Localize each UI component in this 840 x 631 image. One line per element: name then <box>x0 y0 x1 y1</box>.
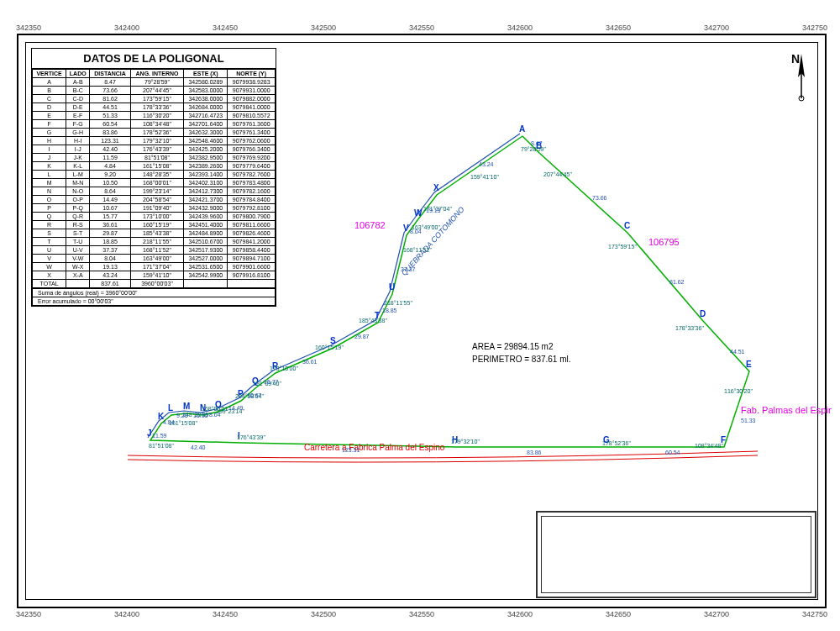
distance-label: 4.84 <box>163 419 175 425</box>
vertex-C: C <box>624 221 630 230</box>
axis-tick: 342500 <box>311 610 336 618</box>
parcel-id-1: 106782 <box>354 220 386 230</box>
axis-tick: 342750 <box>802 610 827 618</box>
distance-label: 81.62 <box>669 279 685 285</box>
vertex-W: W <box>414 208 422 218</box>
angle-label: 108°34'48" <box>695 443 723 449</box>
axis-tick: 342750 <box>802 24 827 32</box>
table-title: DATOS DE LA POLIGONAL <box>32 49 276 69</box>
facility-label: Fab. Palmas del Espino <box>741 405 832 415</box>
angle-label: 116°30'20" <box>724 388 753 394</box>
distance-label: 123.31 <box>342 447 360 453</box>
distance-label: 18.85 <box>382 308 397 313</box>
axis-tick: 342650 <box>606 24 631 32</box>
axis-tick: 342700 <box>704 24 729 32</box>
distance-label: 14.49 <box>228 405 244 411</box>
vertex-M: M <box>183 402 190 411</box>
angle-label: 218°11'55" <box>384 300 412 306</box>
axis-tick: 342450 <box>213 610 238 618</box>
axis-tick: 342550 <box>409 24 434 32</box>
parcel-svg <box>69 111 783 464</box>
distance-label: 11.59 <box>152 433 167 439</box>
distance-label: 37.37 <box>401 266 416 272</box>
distance-label: 43.24 <box>479 161 494 167</box>
vertex-L: L <box>168 403 173 413</box>
axis-tick: 342550 <box>409 610 434 618</box>
angle-label: 160°15'19" <box>315 344 344 350</box>
distance-label: 83.86 <box>527 450 542 455</box>
vertex-V: V <box>403 223 409 233</box>
vertex-J: J <box>147 429 152 438</box>
angle-label: 81°51'08" <box>149 443 174 449</box>
distance-label: 10.50 <box>193 413 208 418</box>
axis-tick: 342500 <box>311 24 336 32</box>
angle-label: 159°41'10" <box>470 174 499 180</box>
title-block <box>536 511 816 598</box>
distance-label: 73.66 <box>592 195 607 201</box>
distance-label: 36.61 <box>302 359 318 365</box>
axis-tick: 342600 <box>507 24 533 32</box>
road-label: Carretera a Fabrica Palma del Espino <box>304 443 444 452</box>
vertex-A: A <box>519 124 525 134</box>
distance-label: 8.04 <box>410 229 422 234</box>
parcel-plot: 106782 106795 Fab. Palmas del Espino Car… <box>69 111 783 464</box>
angle-label: 79°28'59" <box>521 146 546 152</box>
north-arrow: N <box>791 52 800 66</box>
axis-tick: 342400 <box>114 610 139 618</box>
distance-label: 9.20 <box>176 413 188 418</box>
distance-label: 29.87 <box>354 334 370 339</box>
area-label: AREA = 29894.15 m2 <box>472 342 553 351</box>
perim-label: PERIMETRO = 837.61 ml. <box>472 355 571 364</box>
axis-tick: 342350 <box>16 610 41 618</box>
distance-label: 42.40 <box>191 444 206 450</box>
distance-label: 15.77 <box>264 379 279 385</box>
axis-tick: 342400 <box>114 24 139 32</box>
angle-label: 185°43'38" <box>359 318 387 323</box>
vertex-D: D <box>700 309 706 318</box>
axis-tick: 342450 <box>213 24 238 32</box>
angle-label: 207°44'45" <box>543 171 572 177</box>
angle-label: 178°33'36" <box>675 325 704 331</box>
axis-tick: 342650 <box>606 610 631 618</box>
angle-label: 173°59'15" <box>608 244 637 250</box>
distance-label: 51.33 <box>741 418 756 423</box>
parcel-id-2: 106795 <box>648 237 680 247</box>
axis-tick: 342600 <box>507 610 533 618</box>
vertex-X: X <box>433 183 439 192</box>
angle-label: 168°11'52" <box>403 247 432 253</box>
distance-label: 60.54 <box>665 450 680 455</box>
angle-label: 176°43'39" <box>237 434 265 440</box>
angle-label: 179°32'10" <box>451 439 480 444</box>
distance-label: 8.64 <box>209 412 221 418</box>
angle-label: 173°10'00" <box>270 365 298 371</box>
distance-label: 44.51 <box>730 349 745 355</box>
vertex-E: E <box>746 360 752 369</box>
distance-label: 8.47 <box>531 140 543 146</box>
vertex-U: U <box>389 282 395 292</box>
axis-tick: 342350 <box>16 24 41 32</box>
axis-tick: 342700 <box>704 610 729 618</box>
angle-label: 178°52'36" <box>602 440 631 446</box>
map-frame: 3423503423503424003424003424503424503425… <box>17 34 827 608</box>
distance-label: 10.67 <box>247 392 262 398</box>
distance-label: 19.13 <box>426 208 441 213</box>
